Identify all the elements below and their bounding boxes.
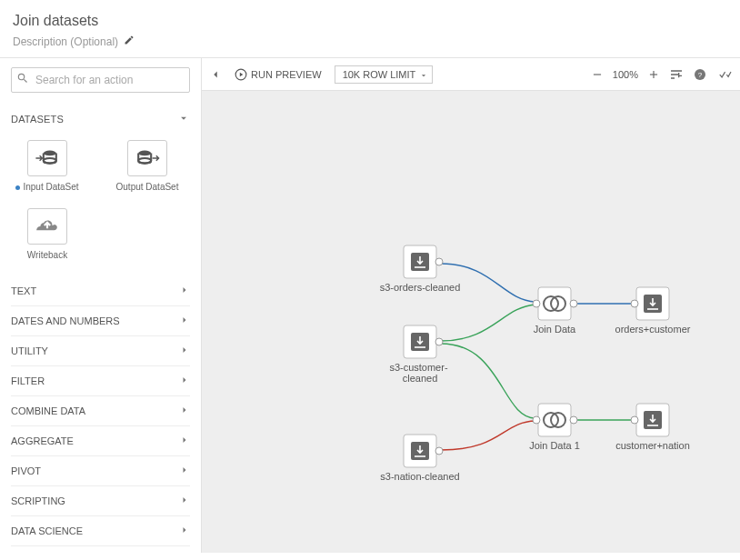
chevron-right-icon — [179, 495, 190, 507]
svg-point-2 — [138, 151, 151, 156]
chevron-right-icon — [179, 525, 190, 537]
svg-point-0 — [44, 151, 56, 156]
checkmark-icon[interactable] — [716, 68, 733, 81]
row-limit-value: 10K ROW LIMIT — [343, 69, 416, 80]
help-icon[interactable]: ? — [693, 67, 707, 82]
svg-point-3 — [138, 158, 151, 164]
row-limit-select[interactable]: 10K ROW LIMIT — [335, 65, 434, 84]
category-performance[interactable]: PERFORMANCE — [11, 545, 190, 553]
category-pivot[interactable]: PIVOT — [11, 455, 190, 485]
search-icon — [16, 72, 29, 87]
svg-point-12 — [435, 338, 443, 345]
chevron-right-icon — [179, 315, 190, 327]
chevron-right-icon — [179, 345, 190, 357]
category-label: DATA SCIENCE — [11, 525, 83, 536]
canvas-toolbar: RUN PREVIEW 10K ROW LIMIT 100% ? — [202, 58, 740, 91]
category-label: SCRIPTING — [11, 495, 65, 506]
tile-input-dataset[interactable]: Input DataSet — [11, 140, 84, 192]
category-label: DATES AND NUMBERS — [11, 315, 120, 326]
svg-point-24 — [533, 416, 540, 424]
node-label: Join Data 1 — [529, 440, 580, 451]
category-aggregate[interactable]: AGGREGATE — [11, 425, 190, 455]
chevron-right-icon — [179, 285, 190, 297]
svg-point-28 — [631, 300, 638, 307]
chevron-right-icon — [179, 405, 190, 417]
chevron-right-icon — [179, 435, 190, 447]
node-orders-customer[interactable]: orders+customer — [615, 287, 691, 335]
search-input[interactable] — [11, 67, 190, 93]
node-label: orders+customer — [615, 324, 691, 335]
node-label: Join Data — [534, 324, 576, 335]
category-utility[interactable]: UTILITY — [11, 335, 190, 365]
flow-canvas[interactable]: s3-orders-cleaned s3-customer- cleaned — [202, 91, 740, 553]
category-label: FILTER — [11, 375, 45, 386]
svg-point-9 — [435, 258, 443, 265]
settings-sliders-icon[interactable] — [669, 67, 684, 82]
chevron-down-icon — [177, 112, 190, 126]
category-label: AGGREGATE — [11, 435, 74, 446]
node-customer-nation[interactable]: customer+nation — [615, 404, 690, 451]
edit-description-icon[interactable] — [124, 35, 135, 48]
category-text[interactable]: TEXT — [11, 276, 190, 305]
node-label: s3-orders-cleaned — [380, 282, 461, 293]
tile-writeback-label: Writeback — [27, 250, 67, 260]
back-icon[interactable] — [209, 68, 222, 81]
page-title: Join datasets — [13, 13, 727, 29]
svg-point-15 — [435, 447, 443, 455]
svg-point-20 — [570, 300, 577, 307]
category-dates-and-numbers[interactable]: DATES AND NUMBERS — [11, 305, 190, 335]
chevron-down-icon — [419, 71, 428, 82]
category-data-science[interactable]: DATA SCIENCE — [11, 515, 190, 545]
category-label: COMBINE DATA — [11, 405, 85, 416]
category-filter[interactable]: FILTER — [11, 365, 190, 395]
zoom-value: 100% — [613, 69, 638, 80]
chevron-right-icon — [179, 465, 190, 477]
chevron-right-icon — [179, 375, 190, 387]
section-datasets[interactable]: DATASETS — [11, 105, 190, 133]
node-join-data-1[interactable]: Join Data 1 — [529, 404, 580, 451]
sidebar: DATASETS Input DataSet — [0, 58, 202, 553]
node-label: s3-customer- cleaned — [389, 362, 450, 384]
tile-output-dataset[interactable]: Output DataSet — [111, 140, 184, 192]
svg-point-31 — [631, 416, 638, 424]
description-placeholder[interactable]: Description (Optional) — [13, 35, 118, 48]
category-label: TEXT — [11, 285, 36, 296]
category-scripting[interactable]: SCRIPTING — [11, 485, 190, 515]
node-s3-nation-cleaned[interactable]: s3-nation-cleaned — [380, 435, 459, 482]
node-s3-orders-cleaned[interactable]: s3-orders-cleaned — [380, 245, 461, 293]
node-s3-customer-cleaned[interactable]: s3-customer- cleaned — [389, 325, 450, 384]
node-join-data[interactable]: Join Data — [533, 287, 577, 335]
run-preview-label: RUN PREVIEW — [251, 69, 322, 80]
tile-input-label: Input DataSet — [23, 182, 78, 192]
node-label: s3-nation-cleaned — [380, 471, 459, 482]
svg-point-19 — [533, 300, 540, 307]
svg-point-25 — [570, 416, 577, 424]
zoom-in-icon[interactable] — [647, 68, 660, 81]
section-datasets-label: DATASETS — [11, 114, 64, 125]
svg-point-1 — [44, 158, 56, 164]
run-preview-button[interactable]: RUN PREVIEW — [231, 65, 325, 85]
zoom-out-icon[interactable] — [591, 68, 604, 81]
node-label: customer+nation — [615, 440, 690, 451]
category-label: PIVOT — [11, 465, 41, 476]
tile-writeback[interactable]: Writeback — [11, 208, 84, 260]
tile-output-label: Output DataSet — [116, 182, 179, 192]
category-label: UTILITY — [11, 345, 48, 356]
svg-text:?: ? — [698, 70, 703, 78]
category-combine-data[interactable]: COMBINE DATA — [11, 395, 190, 425]
